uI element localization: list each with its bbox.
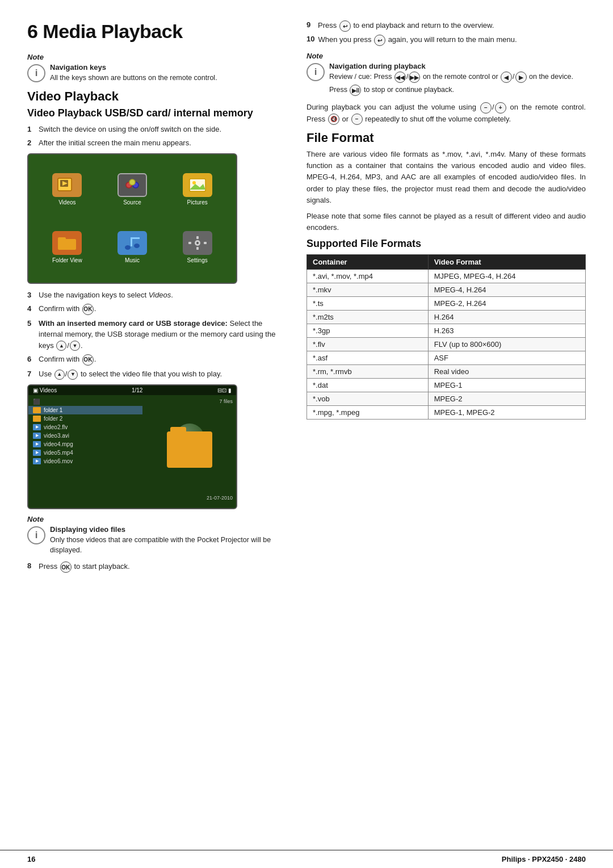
folder-icon [52,231,82,255]
fb-list: ⬛ folder 1 folder 2 [28,395,142,504]
table-cell-format: MPEG-1 [428,379,585,392]
table-cell-container: *.m2ts [307,311,429,324]
step-9: 9 Press ↩ to end playback and return to … [306,20,586,32]
settings-icon [183,231,212,255]
note-title-2: Displaying video files [50,525,288,534]
step-text-4: Confirm with OK. [39,303,288,315]
step-1: 1 Switch the device on using the on/off … [27,124,288,135]
fb-videos-label: ▣ Videos [33,387,57,393]
screenshot-main-menu: Videos Source [27,153,237,284]
fb-item-folder1: folder 1 [28,406,142,414]
svg-rect-14 [131,237,140,239]
menu-item-folder-view: Folder View [36,220,98,275]
note-content-3: Navigation during playback Review / cue:… [329,62,573,96]
left-btn: ◀ [501,72,512,83]
step-num-2: 2 [27,137,35,149]
step-3: 3 Use the navigation keys to select Vide… [27,290,288,301]
note-label-3: Note [306,52,323,60]
table-cell-format: H.263 [428,324,585,338]
table-cell-format: H.264 [428,311,585,324]
menu-label-source: Source [123,199,141,206]
note-line1: Review / cue: Press ◀◀/▶▶ on the remote … [329,72,573,83]
col-container-header: Container [307,255,429,270]
fb-item-video4: ▶ video4.mpg [28,440,142,448]
svg-rect-20 [204,242,207,244]
table-cell-container: *.3gp [307,324,429,338]
file-format-para1: There are various video file formats as … [306,149,586,206]
step-text-7: Use ▲/▼ to select the video file that yo… [39,368,288,380]
right-column: 9 Press ↩ to end playback and return to … [306,20,586,833]
table-cell-container: *.vob [307,392,429,406]
video6-icon: ▶ [33,458,41,464]
fb-item-back: ⬛ [28,397,142,406]
fb-item-video2: ▶ video2.flv [28,423,142,431]
table-cell-container: *.flv [307,338,429,351]
left-column: 6 Media Playback Note i Navigation keys … [27,20,288,833]
step5-bold: With an inserted memory card or USB stor… [39,319,228,328]
table-row: *.rm, *.rmvbReal video [307,365,586,379]
step-text-6: Confirm with OK. [39,354,288,366]
steps-3-7: 3 Use the navigation keys to select Vide… [27,290,288,380]
fb-icons: ⊟⊡ ▮ [217,387,232,393]
content-area: 6 Media Playback Note i Navigation keys … [0,0,613,850]
videos-icon [52,173,82,197]
step-2: 2 After the initial screen the main menu… [27,137,288,149]
video5-label: video5.mp4 [44,450,73,456]
svg-rect-18 [196,247,199,250]
section-video-playback: Video Playback [27,89,288,104]
note-navigation-playback: Note i Navigation during playback Review… [306,52,586,96]
file-browser: ▣ Videos 1/12 ⊟⊡ ▮ ⬛ folder [28,385,236,508]
video4-label: video4.mpg [44,441,73,447]
playpause-btn: ▶ll [350,85,361,96]
table-cell-container: *.ts [307,297,429,311]
note-title-1: Navigation keys [50,63,217,72]
menu-label-settings: Settings [187,257,208,263]
table-row: *.mpg, *.mpegMPEG-1, MPEG-2 [307,406,586,420]
step-6: 6 Confirm with OK. [27,354,288,366]
table-row: *.vobMPEG-2 [307,392,586,406]
note-icon-3: i [306,63,325,81]
folder1-icon [33,407,41,413]
table-row: *.m2tsH.264 [307,311,586,324]
file-format-table: Container Video Format *.avi, *.mov, *.m… [306,254,586,420]
table-cell-container: *.rm, *.rmvb [307,365,429,379]
video3-label: video3.avi [44,433,69,439]
note-line2: Press ▶ll to stop or continue playback. [329,85,573,96]
step-text-1: Switch the device on using the on/off sw… [39,124,288,135]
menu-item-source: Source [102,162,163,217]
step-num-1: 1 [27,124,35,135]
subsection-video-usb: Video Playback USB/SD card/ internal mem… [27,107,288,119]
table-cell-format: MPEG-1, MPEG-2 [428,406,585,420]
note-label-2: Note [27,515,44,523]
menu-item-videos: Videos [36,162,98,217]
fb-folder-big-icon [167,431,212,468]
table-cell-container: *.dat [307,379,429,392]
step-8-container: 8 Press OK to start playback. [27,561,288,573]
step-text-10: When you press ↩ again, you will return … [318,35,586,46]
table-cell-format: MPEG-2, H.264 [428,297,585,311]
fb-item-video5: ▶ video5.mp4 [28,448,142,457]
note-icon-2: i [27,526,45,544]
step-num-5: 5 [27,318,35,329]
table-row: *.mkvMPEG-4, H.264 [307,283,586,297]
table-cell-container: *.mkv [307,283,429,297]
screenshot-file-browser: ▣ Videos 1/12 ⊟⊡ ▮ ⬛ folder [27,384,237,509]
music-icon [117,231,147,255]
fb-file-count: 7 files [219,399,233,404]
menu-label-pictures: Pictures [187,199,208,206]
svg-rect-17 [196,236,199,239]
menu-grid: Videos Source [28,154,236,283]
note-content-2: Displaying video files Only those videos… [50,525,288,556]
ok-btn-8: OK [60,561,72,573]
minus-btn: − [480,102,492,114]
step-4: 4 Confirm with OK. [27,303,288,315]
plus-btn: + [495,102,506,114]
subsection-supported-formats: Supported File Formats [306,238,586,250]
fb-date: 21-07-2010 [207,495,233,501]
table-cell-format: FLV (up to 800×600) [428,338,585,351]
svg-point-16 [196,242,199,244]
video5-icon: ▶ [33,450,41,456]
menu-label-music: Music [125,257,140,263]
svg-rect-19 [188,242,191,244]
step-text-3: Use the navigation keys to select Videos… [39,290,288,301]
